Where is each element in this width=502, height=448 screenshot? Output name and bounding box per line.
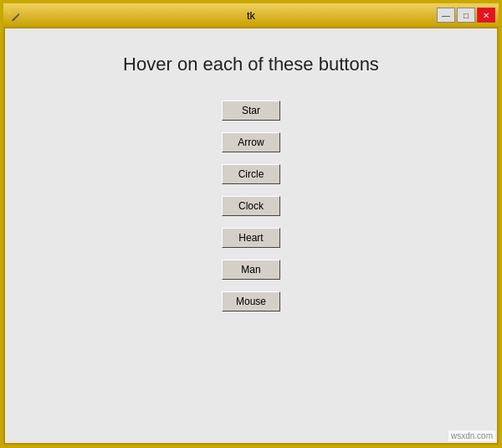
title-bar: tk — □ ✕ — [3, 3, 499, 27]
clock-button[interactable]: Clock — [222, 196, 280, 216]
title-bar-left — [7, 8, 20, 22]
svg-rect-0 — [12, 13, 19, 21]
minimize-button[interactable]: — — [437, 8, 455, 23]
svg-rect-1 — [8, 11, 11, 14]
window-content: Hover on each of these buttons StarArrow… — [3, 27, 499, 445]
app-icon — [7, 8, 20, 22]
man-button[interactable]: Man — [222, 260, 280, 280]
circle-button[interactable]: Circle — [222, 164, 280, 184]
window-frame: tk — □ ✕ Hover on each of these buttons … — [0, 0, 502, 448]
star-button[interactable]: Star — [222, 100, 280, 121]
title-controls: — □ ✕ — [437, 8, 495, 23]
window-title: tk — [247, 9, 255, 22]
watermark: wsxdn.com — [448, 430, 495, 441]
arrow-button[interactable]: Arrow — [222, 132, 280, 152]
page-heading: Hover on each of these buttons — [123, 54, 379, 75]
heart-button[interactable]: Heart — [222, 228, 280, 248]
maximize-button[interactable]: □ — [457, 8, 475, 23]
close-button[interactable]: ✕ — [477, 8, 495, 23]
buttons-container: StarArrowCircleClockHeartManMouse — [222, 100, 280, 312]
mouse-button[interactable]: Mouse — [222, 291, 280, 312]
